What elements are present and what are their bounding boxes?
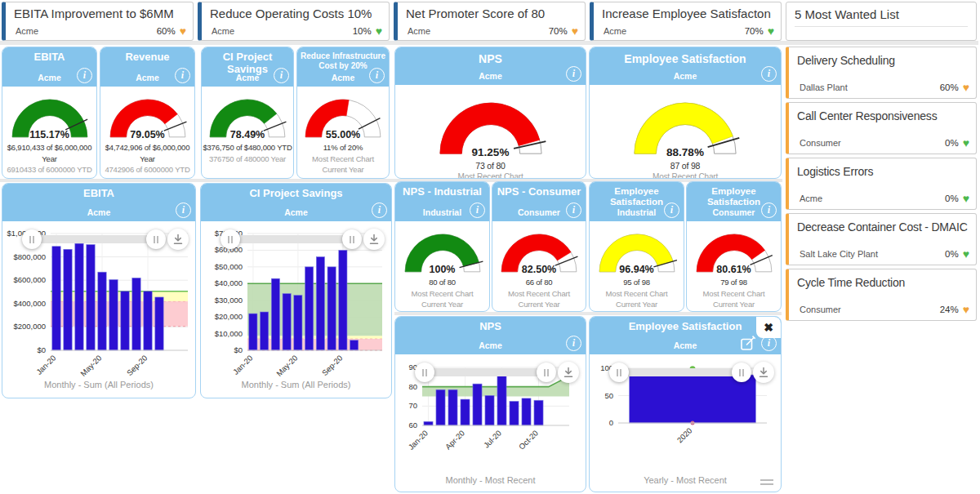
card-header: Reduce Infrastructure Cost by 20% Acme i xyxy=(297,47,389,87)
card-header: Revenue Acme i xyxy=(100,47,194,87)
svg-text:$0: $0 xyxy=(234,345,243,354)
objective-owner: Acme xyxy=(212,26,234,36)
svg-text:Sep-20: Sep-20 xyxy=(320,354,344,377)
card-title: Reduce Infrastructure Cost by 20% xyxy=(297,47,389,70)
gap-strip xyxy=(394,312,782,315)
svg-text:$20,000: $20,000 xyxy=(215,312,243,321)
gauge-body: 82.50% 66 of 80Most Recent ChartCurrent … xyxy=(492,221,586,311)
objective-owner: Acme xyxy=(16,26,38,36)
chart-card-ci-project-savings: CI Project Savings Acme i $0$10,000$20,0… xyxy=(200,183,392,398)
info-icon[interactable]: i xyxy=(761,66,777,82)
download-icon[interactable] xyxy=(167,229,189,250)
most-wanted-item[interactable]: Cycle Time Reduction Consumer 24%♥ xyxy=(786,269,977,321)
gauge-body: 78.49% $376,750 of $480,000 YTD376750 of… xyxy=(202,87,293,178)
info-icon[interactable]: i xyxy=(77,68,92,83)
info-icon[interactable]: i xyxy=(566,202,581,218)
card-title: Employee Satisfaction xyxy=(590,47,781,65)
download-icon[interactable] xyxy=(753,362,774,383)
card-header: NPS Acme i xyxy=(395,317,586,354)
gauge-detail-lines: 73 of 80Most Recent ChartCurrent Year xyxy=(395,160,586,179)
chart-body: $0$10,000$20,000$30,000$40,000$50,000$60… xyxy=(201,221,391,398)
objective-title: Reduce Operating Costs 10% xyxy=(210,7,381,20)
info-icon[interactable]: i xyxy=(372,202,387,218)
card-header: Employee Satisfaction Consumer i xyxy=(687,182,781,221)
gauge-detail-lines: 80 of 80Most Recent ChartCurrent Year xyxy=(395,277,489,309)
chart-footer: Yearly - Most Recent xyxy=(590,475,781,485)
slider-handle-left[interactable] xyxy=(22,229,42,249)
most-wanted-item[interactable]: Decrease Container Cost - DMAIC Salt Lak… xyxy=(786,213,977,265)
card-title: Revenue xyxy=(100,47,194,64)
range-slider[interactable] xyxy=(619,363,742,382)
chart-body: $0$200,000$400,000$600,000$800,000$1,000… xyxy=(2,221,195,398)
info-icon[interactable]: i xyxy=(566,336,581,351)
slider-handle-right[interactable] xyxy=(342,229,362,249)
info-icon[interactable]: i xyxy=(664,202,679,218)
card-header: NPS - Consumer Consumer i xyxy=(492,182,586,221)
chart-card-employee-satisfaction-trend: ✖ Employee Satisfaction Acme i 050100202… xyxy=(589,316,782,492)
slider-handle-right[interactable] xyxy=(537,363,556,382)
objective-card-nps[interactable]: Net Promoter Score of 80 Acme 70%♥ xyxy=(394,2,586,41)
card-subtitle: Acme xyxy=(395,71,586,81)
item-owner: Consumer xyxy=(800,138,841,148)
svg-text:50: 50 xyxy=(604,391,613,400)
download-icon[interactable] xyxy=(558,362,579,383)
objective-card-ebita-improvement[interactable]: EBITA Improvement to $6MM Acme 60%♥ xyxy=(2,2,194,41)
info-icon[interactable]: i xyxy=(470,202,485,218)
gauge-card-employee-satisfaction-consumer: Employee Satisfaction Consumer i 80.61% … xyxy=(686,181,782,312)
card-title: NPS - Consumer xyxy=(492,182,586,198)
svg-text:May-20: May-20 xyxy=(78,354,103,378)
card-subtitle: Acme xyxy=(590,71,781,81)
slider-track[interactable] xyxy=(32,235,156,243)
card-subtitle: Acme xyxy=(395,340,586,350)
most-wanted-item[interactable]: Logistics Errors Acme 0%♥ xyxy=(786,158,977,210)
item-title: Delivery Scheduling xyxy=(797,54,968,67)
item-owner: Dallas Plant xyxy=(800,82,848,92)
gauge-body: 55.00% 11% of 20%Most Recent ChartCurren… xyxy=(297,87,389,178)
card-title: NPS xyxy=(395,47,586,65)
most-wanted-item[interactable]: Call Center Responsiveness Consumer 0%♥ xyxy=(786,102,977,154)
svg-text:60: 60 xyxy=(408,421,417,429)
info-icon[interactable]: i xyxy=(274,68,289,83)
info-icon[interactable]: i xyxy=(176,202,191,218)
gauge-percent: 91.25% xyxy=(434,146,547,158)
objective-pct: 70% xyxy=(549,26,568,36)
slider-track[interactable] xyxy=(619,368,742,376)
svg-text:$800,000: $800,000 xyxy=(13,252,46,261)
most-wanted-item[interactable]: Delivery Scheduling Dallas Plant 60%♥ xyxy=(786,47,977,99)
heart-icon: ♥ xyxy=(963,305,969,314)
slider-handle-right[interactable] xyxy=(146,229,166,249)
item-owner: Salt Lake City Plant xyxy=(800,249,878,259)
range-slider[interactable] xyxy=(32,229,156,249)
objective-pct: 70% xyxy=(745,26,764,36)
range-slider[interactable] xyxy=(230,229,352,249)
card-subtitle: Acme xyxy=(2,207,195,217)
edit-icon[interactable] xyxy=(739,335,757,352)
info-icon[interactable]: i xyxy=(566,66,581,82)
objective-pct: 10% xyxy=(353,26,372,36)
heart-icon: ♥ xyxy=(180,26,186,36)
info-icon[interactable]: i xyxy=(175,68,190,83)
slider-handle-left[interactable] xyxy=(415,363,434,382)
close-icon[interactable]: ✖ xyxy=(756,317,781,338)
svg-text:May-20: May-20 xyxy=(274,354,299,378)
objective-card-reduce-costs[interactable]: Reduce Operating Costs 10% Acme 10%♥ xyxy=(198,2,390,41)
objective-card-employee-satisfaction[interactable]: Increase Employee Satisfacton Acme 70%♥ xyxy=(590,2,782,41)
item-pct: 24% xyxy=(940,305,959,314)
item-title: Decrease Container Cost - DMAIC xyxy=(797,220,968,234)
slider-handle-left[interactable] xyxy=(609,363,629,382)
card-header: EBITA Acme i xyxy=(2,184,195,221)
gauge-percent: 55.00% xyxy=(301,129,385,140)
resize-handle[interactable] xyxy=(760,479,773,485)
gauge-body: 96.94% 95 of 98Most Recent ChartCurrent … xyxy=(590,221,684,311)
slider-track[interactable] xyxy=(425,368,546,376)
slider-track[interactable] xyxy=(230,235,352,243)
gauge-percent: 88.78% xyxy=(629,146,742,158)
info-icon[interactable]: i xyxy=(369,68,385,83)
info-icon[interactable]: i xyxy=(761,202,777,218)
slider-handle-right[interactable] xyxy=(732,363,751,382)
card-title: NPS xyxy=(395,317,586,333)
range-slider[interactable] xyxy=(425,363,546,382)
gauge-card-nps: NPS Acme i 91.25% 73 of 80Most Recent Ch… xyxy=(394,47,586,179)
slider-handle-left[interactable] xyxy=(220,229,240,249)
download-icon[interactable] xyxy=(363,229,385,250)
